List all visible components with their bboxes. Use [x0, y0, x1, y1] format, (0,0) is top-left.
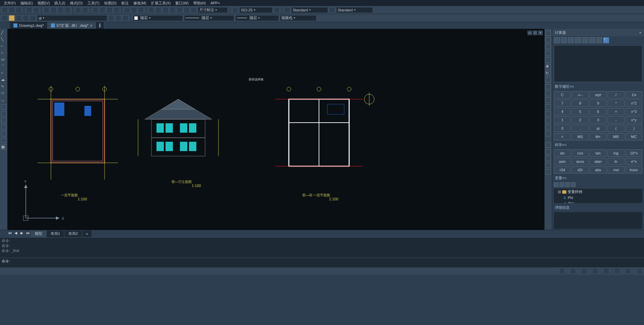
- close-icon[interactable]: ×: [90, 23, 92, 27]
- cut-icon[interactable]: [44, 7, 50, 13]
- calc-btn-r2d[interactable]: r2d: [554, 166, 571, 174]
- lineweight-dropdown[interactable]: 随层: [235, 15, 279, 21]
- new-icon[interactable]: [2, 7, 8, 13]
- menu-file[interactable]: 文件(F): [2, 1, 18, 6]
- document-tab-1[interactable]: Drawing1.dwg*: [10, 22, 48, 29]
- calc-btn-rnd[interactable]: rnd: [607, 166, 624, 174]
- otrack-toggle[interactable]: [614, 268, 620, 274]
- var-delete-icon[interactable]: [565, 182, 570, 187]
- text-style-icon[interactable]: [284, 7, 290, 13]
- minimize-viewport-button[interactable]: —: [527, 30, 532, 35]
- tab-prev-button[interactable]: ◀: [13, 231, 19, 237]
- layer-lock-icon[interactable]: [23, 15, 29, 21]
- variables-header[interactable]: 变量<<: [552, 175, 644, 182]
- insert-block-tool[interactable]: [1, 104, 6, 110]
- calc-btn-log[interactable]: log: [607, 149, 624, 157]
- dim-radius-icon[interactable]: [170, 7, 176, 13]
- linetype-dropdown[interactable]: 随层: [184, 15, 234, 21]
- dim-diameter-icon[interactable]: [177, 7, 183, 13]
- explode-tool[interactable]: [545, 131, 551, 136]
- calc-btn-ex[interactable]: e^x: [626, 158, 642, 165]
- calc-btn-[interactable]: <--: [572, 91, 588, 99]
- redo-icon[interactable]: [82, 7, 88, 13]
- ellipse-tool[interactable]: ⬭: [1, 91, 6, 96]
- var-send-icon[interactable]: [571, 182, 576, 187]
- save-icon[interactable]: [16, 7, 22, 13]
- variable-folder[interactable]: ⊟ 变量样例: [554, 189, 642, 195]
- dim-angular-icon[interactable]: [163, 7, 169, 13]
- menu-express[interactable]: 扩展工具(X): [149, 1, 173, 6]
- polar-toggle[interactable]: [592, 268, 598, 274]
- menu-insert[interactable]: 插入(I): [52, 1, 67, 6]
- menu-dimension[interactable]: 标注: [119, 1, 131, 6]
- point-tool[interactable]: ·: [1, 118, 6, 123]
- calc-btn-9[interactable]: 9: [590, 100, 606, 107]
- calc-paste-icon[interactable]: [568, 37, 574, 43]
- calc-btn-M[interactable]: M+: [590, 133, 606, 140]
- entity-tool-1[interactable]: [545, 142, 551, 148]
- plotcolor-dropdown[interactable]: 随颜色: [280, 15, 317, 21]
- calc-btn-[interactable]: +: [607, 108, 624, 115]
- calc-btn-sin[interactable]: sin: [554, 149, 571, 157]
- numpad-header[interactable]: 数字键区<<: [552, 83, 644, 90]
- table-style-dropdown[interactable]: Standard: [336, 7, 373, 13]
- snap-toggle[interactable]: [559, 268, 565, 274]
- calc-btn-C[interactable]: C: [554, 91, 571, 99]
- close-icon[interactable]: ×: [639, 30, 641, 35]
- dim-style-dropdown[interactable]: 尺寸标注: [198, 7, 228, 13]
- add-layout-button[interactable]: +: [82, 231, 92, 237]
- text-style-dropdown[interactable]: Standard: [291, 7, 328, 13]
- calc-btn-0[interactable]: 0: [554, 125, 571, 132]
- calc-btn-d2r[interactable]: d2r: [572, 166, 588, 174]
- polyline-tool[interactable]: ⌐: [1, 44, 6, 49]
- ortho-toggle[interactable]: [581, 268, 587, 274]
- calc-btn-x2[interactable]: x^2: [626, 100, 642, 107]
- calc-btn-MC[interactable]: MC: [626, 133, 642, 140]
- arc-tool[interactable]: ⌒: [1, 64, 6, 69]
- dim-aligned-icon[interactable]: [155, 7, 162, 13]
- osnap-toggle[interactable]: [603, 268, 609, 274]
- line-tool[interactable]: ╱: [1, 30, 6, 36]
- grid-toggle[interactable]: [570, 268, 576, 274]
- help-icon[interactable]: [138, 7, 144, 13]
- dim-update-icon[interactable]: [274, 7, 280, 13]
- break-tool[interactable]: [545, 104, 551, 110]
- menu-view[interactable]: 视图(V): [36, 1, 52, 6]
- layer-color-icon[interactable]: [30, 15, 36, 21]
- xline-tool[interactable]: ╲: [1, 37, 6, 43]
- join-tool[interactable]: [545, 111, 551, 116]
- dim-center-icon[interactable]: [191, 7, 197, 13]
- calc-btn-1[interactable]: 1: [554, 116, 571, 124]
- var-edit-icon[interactable]: [560, 182, 564, 187]
- calc-btn-[interactable]: /: [607, 91, 624, 99]
- model-tab[interactable]: 模型: [31, 231, 47, 237]
- model-toggle[interactable]: [636, 268, 642, 274]
- table-tool[interactable]: ▦: [1, 144, 6, 150]
- new-tab-button[interactable]: [96, 22, 104, 29]
- calc-btn-MS[interactable]: MS: [572, 133, 588, 140]
- array-tool[interactable]: [545, 57, 551, 63]
- calc-btn-8[interactable]: 8: [572, 100, 588, 107]
- calc-btn-[interactable]: ): [626, 125, 642, 132]
- chamfer-tool[interactable]: [545, 118, 551, 123]
- restore-viewport-button[interactable]: □: [533, 30, 537, 35]
- rectangle-tool[interactable]: ▭: [1, 57, 6, 63]
- print-icon[interactable]: [26, 7, 32, 13]
- calc-btn-xy[interactable]: x^y: [626, 116, 642, 124]
- layout2-tab[interactable]: 布局2: [64, 231, 82, 237]
- layer-icon[interactable]: [2, 15, 8, 21]
- calculator-icon[interactable]: [131, 7, 137, 13]
- calc-btn-[interactable]: (: [607, 125, 624, 132]
- copy-tool[interactable]: [545, 37, 551, 43]
- var-new-icon[interactable]: [554, 182, 559, 187]
- entity-tool-2[interactable]: [545, 149, 551, 154]
- dim-linear-icon[interactable]: [148, 7, 154, 13]
- dim-edit-icon[interactable]: [232, 7, 238, 13]
- tab-first-button[interactable]: ⏮: [7, 231, 13, 237]
- extend-tool[interactable]: [545, 97, 551, 103]
- calc-btn-6[interactable]: 6: [590, 108, 606, 115]
- command-history[interactable]: 命令: 命令: 命令: _find: [0, 238, 644, 258]
- calc-btn-trunc[interactable]: trunc: [626, 166, 642, 174]
- drawing-canvas[interactable]: — □ × 获得选择集 一层平面图 1:100: [7, 29, 544, 230]
- calc-angle-icon[interactable]: [589, 37, 595, 43]
